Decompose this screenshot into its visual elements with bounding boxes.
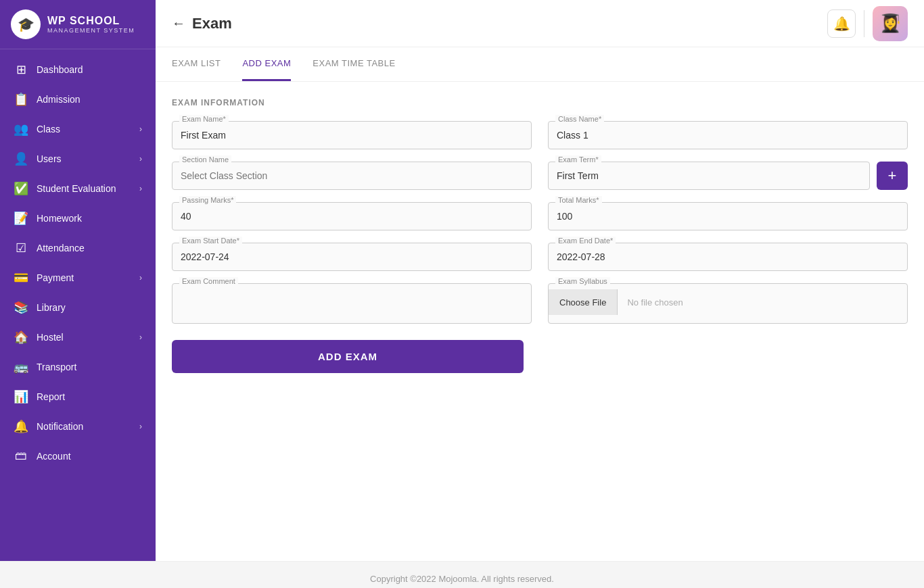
- sidebar: 🎓 WP SCHOOL MANAGEMENT SYSTEM ⊞ Dashboar…: [0, 0, 156, 561]
- footer: Copyright ©2022 Mojoomla. All rights res…: [0, 561, 924, 588]
- passing-marks-field: Passing Marks*: [172, 202, 532, 230]
- exam-name-input[interactable]: [181, 127, 523, 143]
- tabs-bar: EXAM LIST ADD EXAM EXAM TIME TABLE: [156, 47, 924, 82]
- sidebar-item-payment[interactable]: 💳 Payment ›: [0, 263, 156, 293]
- notification-icon: 🔔: [14, 419, 28, 434]
- brand-name: WP SCHOOL: [47, 14, 135, 27]
- exam-comment-input[interactable]: [181, 289, 523, 305]
- sidebar-item-dashboard[interactable]: ⊞ Dashboard: [0, 55, 156, 84]
- tab-add-exam[interactable]: ADD EXAM: [242, 47, 291, 81]
- back-button[interactable]: ←: [172, 16, 185, 31]
- class-name-input[interactable]: [557, 127, 899, 143]
- chevron-right-icon: ›: [139, 273, 142, 283]
- passing-marks-label: Passing Marks*: [179, 196, 236, 204]
- sidebar-item-homework[interactable]: 📝 Homework: [0, 203, 156, 233]
- exam-term-field: Exam Term*: [548, 162, 870, 190]
- sidebar-item-label: Admission: [37, 94, 142, 105]
- sidebar-item-label: Student Evaluation: [37, 183, 131, 194]
- exam-form-grid: Exam Name* Class Name* Section Name Exam: [172, 121, 908, 324]
- sidebar-item-label: Class: [37, 124, 131, 134]
- account-icon: 🗃: [14, 449, 28, 463]
- report-icon: 📊: [14, 389, 28, 404]
- attendance-icon: ☑: [14, 241, 28, 255]
- sidebar-item-label: Homework: [37, 213, 142, 224]
- sidebar-item-label: Attendance: [37, 243, 142, 253]
- chevron-right-icon: ›: [139, 154, 142, 164]
- section-name-field: Section Name: [172, 162, 532, 190]
- form-area: EXAM INFORMATION Exam Name* Class Name* …: [156, 82, 924, 561]
- chevron-right-icon: ›: [139, 184, 142, 193]
- exam-name-label: Exam Name*: [179, 115, 229, 123]
- choose-file-button[interactable]: Choose File: [549, 289, 618, 315]
- exam-term-row: Exam Term* +: [548, 162, 908, 190]
- exam-start-date-input[interactable]: [181, 249, 523, 265]
- form-section-title: EXAM INFORMATION: [172, 98, 908, 107]
- file-input-row: Choose File No file chosen: [549, 289, 907, 315]
- exam-end-date-input[interactable]: [557, 249, 899, 265]
- dashboard-icon: ⊞: [14, 62, 28, 77]
- sidebar-nav: ⊞ Dashboard 📋 Admission 👥 Class › 👤 User…: [0, 49, 156, 561]
- transport-icon: 🚌: [14, 360, 28, 374]
- tab-exam-timetable[interactable]: EXAM TIME TABLE: [313, 47, 395, 81]
- header-right: 🔔 👩‍🎓: [827, 6, 908, 41]
- sidebar-item-label: Dashboard: [37, 64, 142, 75]
- file-name-display: No file chosen: [618, 297, 692, 308]
- page-header: ← Exam 🔔 👩‍🎓: [156, 0, 924, 47]
- admission-icon: 📋: [14, 92, 28, 107]
- sidebar-item-attendance[interactable]: ☑ Attendance: [0, 233, 156, 263]
- hostel-icon: 🏠: [14, 330, 28, 345]
- sidebar-item-transport[interactable]: 🚌 Transport: [0, 352, 156, 382]
- add-exam-btn-wrapper: ADD EXAM: [172, 324, 524, 373]
- total-marks-label: Total Marks*: [555, 196, 602, 204]
- add-term-button[interactable]: +: [877, 162, 908, 190]
- sidebar-item-hostel[interactable]: 🏠 Hostel ›: [0, 322, 156, 352]
- exam-start-date-field: Exam Start Date*: [172, 243, 532, 271]
- sidebar-item-label: Account: [37, 451, 142, 462]
- sidebar-item-label: Report: [37, 391, 142, 402]
- exam-comment-label: Exam Comment: [179, 277, 238, 285]
- exam-syllabus-label: Exam Syllabus: [555, 277, 610, 285]
- sidebar-item-users[interactable]: 👤 Users ›: [0, 144, 156, 174]
- brand-sub: MANAGEMENT SYSTEM: [47, 27, 135, 34]
- header-divider: [864, 10, 864, 37]
- avatar[interactable]: 👩‍🎓: [873, 6, 908, 41]
- page-title: Exam: [192, 15, 232, 32]
- exam-term-input[interactable]: [557, 168, 861, 184]
- header-left: ← Exam: [172, 15, 232, 32]
- footer-text: Copyright ©2022 Mojoomla. All rights res…: [370, 574, 554, 584]
- logo-icon: 🎓: [11, 9, 41, 39]
- logo-emoji: 🎓: [18, 16, 34, 32]
- sidebar-item-class[interactable]: 👥 Class ›: [0, 114, 156, 144]
- sidebar-item-student-evaluation[interactable]: ✅ Student Evaluation ›: [0, 174, 156, 203]
- chevron-right-icon: ›: [139, 333, 142, 342]
- passing-marks-input[interactable]: [181, 208, 523, 224]
- sidebar-item-library[interactable]: 📚 Library: [0, 293, 156, 322]
- chevron-right-icon: ›: [139, 124, 142, 134]
- sidebar-item-account[interactable]: 🗃 Account: [0, 441, 156, 470]
- exam-term-label: Exam Term*: [555, 155, 601, 164]
- exam-comment-field: Exam Comment: [172, 283, 532, 324]
- notification-button[interactable]: 🔔: [827, 9, 856, 38]
- add-exam-button[interactable]: ADD EXAM: [172, 340, 524, 373]
- exam-name-field: Exam Name*: [172, 121, 532, 149]
- payment-icon: 💳: [14, 270, 28, 285]
- users-icon: 👤: [14, 151, 28, 166]
- section-name-input[interactable]: [181, 168, 523, 184]
- exam-end-date-label: Exam End Date*: [555, 237, 616, 245]
- library-icon: 📚: [14, 300, 28, 315]
- sidebar-item-report[interactable]: 📊 Report: [0, 382, 156, 412]
- sidebar-item-label: Library: [37, 302, 142, 313]
- sidebar-item-label: Payment: [37, 272, 131, 283]
- sidebar-item-label: Notification: [37, 421, 131, 432]
- exam-start-date-label: Exam Start Date*: [179, 237, 242, 245]
- class-name-label: Class Name*: [555, 115, 604, 123]
- sidebar-logo: 🎓 WP SCHOOL MANAGEMENT SYSTEM: [0, 0, 156, 49]
- sidebar-item-notification[interactable]: 🔔 Notification ›: [0, 412, 156, 441]
- tab-exam-list[interactable]: EXAM LIST: [172, 47, 221, 81]
- homework-icon: 📝: [14, 211, 28, 226]
- sidebar-item-label: Users: [37, 153, 131, 164]
- sidebar-item-admission[interactable]: 📋 Admission: [0, 84, 156, 114]
- chevron-right-icon: ›: [139, 422, 142, 431]
- sidebar-item-label: Transport: [37, 362, 142, 372]
- total-marks-input[interactable]: [557, 208, 899, 224]
